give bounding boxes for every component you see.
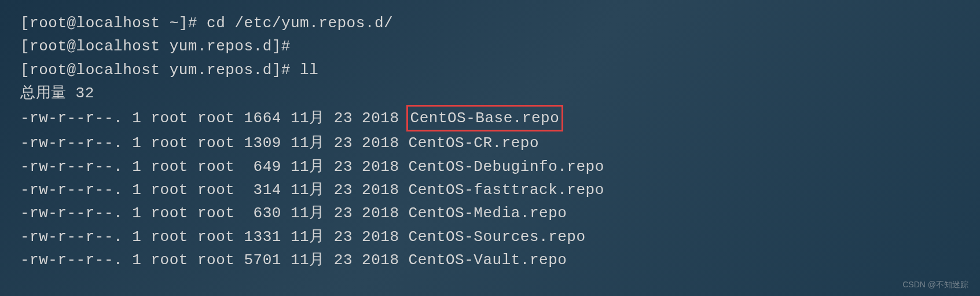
file-row: -rw-r--r--. 1 root root 1331 11月 23 2018… [20,225,960,249]
prompt-line-3: [root@localhost yum.repos.d]# ll [20,59,960,82]
command-cd: cd /etc/yum.repos.d/ [207,14,393,32]
file-row: -rw-r--r--. 1 root root 314 11月 23 2018 … [20,178,960,202]
prompt-line-2: [root@localhost yum.repos.d]# [20,35,960,58]
file-name-highlighted: CentOS-Base.repo [406,105,564,131]
total-line: 总用量 32 [20,82,960,105]
prompt-line-1: [root@localhost ~]# cd /etc/yum.repos.d/ [20,12,960,35]
prompt: [root@localhost yum.repos.d]# [20,38,300,55]
watermark: CSDN @不知迷踪 [902,279,968,291]
command-ll: ll [300,61,318,79]
prompt: [root@localhost yum.repos.d]# [20,61,300,79]
file-row: -rw-r--r--. 1 root root 630 11月 23 2018 … [20,202,960,225]
terminal-output: [root@localhost ~]# cd /etc/yum.repos.d/… [20,12,960,272]
file-row: -rw-r--r--. 1 root root 649 11月 23 2018 … [20,155,960,178]
file-row: -rw-r--r--. 1 root root 1664 11月 23 2018… [20,105,960,131]
prompt: [root@localhost ~]# [20,14,207,32]
file-meta: -rw-r--r--. 1 root root 1664 11月 23 2018 [20,109,409,127]
file-row: -rw-r--r--. 1 root root 1309 11月 23 2018… [20,131,960,155]
file-row: -rw-r--r--. 1 root root 5701 11月 23 2018… [20,249,960,272]
